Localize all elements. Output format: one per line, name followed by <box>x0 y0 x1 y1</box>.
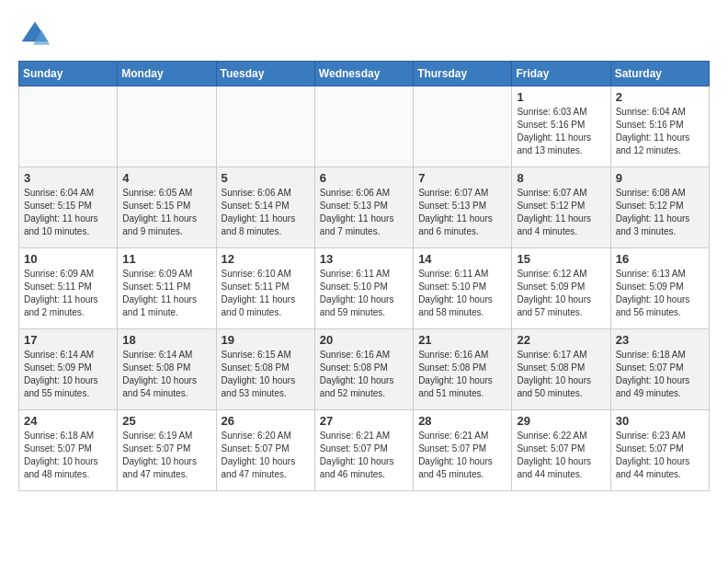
calendar-cell: 6Sunrise: 6:06 AM Sunset: 5:13 PM Daylig… <box>314 167 413 248</box>
day-info: Sunrise: 6:07 AM Sunset: 5:13 PM Dayligh… <box>418 187 506 238</box>
day-number: 27 <box>320 414 408 428</box>
day-info: Sunrise: 6:15 AM Sunset: 5:08 PM Dayligh… <box>222 349 310 400</box>
day-number: 25 <box>122 414 210 428</box>
calendar-week-2: 3Sunrise: 6:04 AM Sunset: 5:15 PM Daylig… <box>19 167 710 248</box>
day-number: 29 <box>517 414 605 428</box>
day-number: 8 <box>517 171 605 185</box>
day-number: 4 <box>122 171 210 185</box>
day-info: Sunrise: 6:03 AM Sunset: 5:16 PM Dayligh… <box>517 106 605 157</box>
day-info: Sunrise: 6:20 AM Sunset: 5:07 PM Dayligh… <box>222 430 310 481</box>
calendar-cell: 24Sunrise: 6:18 AM Sunset: 5:07 PM Dayli… <box>19 410 118 491</box>
calendar-cell: 5Sunrise: 6:06 AM Sunset: 5:14 PM Daylig… <box>216 167 314 248</box>
day-info: Sunrise: 6:18 AM Sunset: 5:07 PM Dayligh… <box>616 349 704 400</box>
day-number: 30 <box>616 414 704 428</box>
day-number: 14 <box>418 252 506 266</box>
day-info: Sunrise: 6:09 AM Sunset: 5:11 PM Dayligh… <box>122 268 210 319</box>
day-info: Sunrise: 6:21 AM Sunset: 5:07 PM Dayligh… <box>320 430 408 481</box>
day-info: Sunrise: 6:11 AM Sunset: 5:10 PM Dayligh… <box>320 268 408 319</box>
calendar-cell <box>216 86 314 167</box>
calendar-cell: 19Sunrise: 6:15 AM Sunset: 5:08 PM Dayli… <box>216 329 314 410</box>
day-number: 28 <box>418 414 506 428</box>
day-number: 22 <box>517 333 605 347</box>
day-number: 16 <box>616 252 704 266</box>
day-info: Sunrise: 6:07 AM Sunset: 5:12 PM Dayligh… <box>517 187 605 238</box>
day-number: 9 <box>616 171 704 185</box>
calendar-cell: 8Sunrise: 6:07 AM Sunset: 5:12 PM Daylig… <box>512 167 610 248</box>
calendar-cell: 11Sunrise: 6:09 AM Sunset: 5:11 PM Dayli… <box>118 248 216 329</box>
day-info: Sunrise: 6:19 AM Sunset: 5:07 PM Dayligh… <box>122 430 210 481</box>
calendar-cell: 13Sunrise: 6:11 AM Sunset: 5:10 PM Dayli… <box>314 248 413 329</box>
day-number: 26 <box>222 414 310 428</box>
day-number: 5 <box>222 171 310 185</box>
day-number: 2 <box>616 90 704 104</box>
calendar-cell <box>314 86 413 167</box>
day-info: Sunrise: 6:11 AM Sunset: 5:10 PM Dayligh… <box>418 268 506 319</box>
calendar-cell <box>118 86 216 167</box>
calendar-cell: 28Sunrise: 6:21 AM Sunset: 5:07 PM Dayli… <box>414 410 512 491</box>
day-info: Sunrise: 6:22 AM Sunset: 5:07 PM Dayligh… <box>517 430 605 481</box>
calendar-cell: 1Sunrise: 6:03 AM Sunset: 5:16 PM Daylig… <box>512 86 610 167</box>
col-header-wednesday: Wednesday <box>314 62 413 86</box>
calendar-header-row: SundayMondayTuesdayWednesdayThursdayFrid… <box>19 62 710 86</box>
calendar-cell: 25Sunrise: 6:19 AM Sunset: 5:07 PM Dayli… <box>118 410 216 491</box>
day-info: Sunrise: 6:14 AM Sunset: 5:08 PM Dayligh… <box>122 349 210 400</box>
day-number: 10 <box>24 252 112 266</box>
day-info: Sunrise: 6:09 AM Sunset: 5:11 PM Dayligh… <box>24 268 112 319</box>
calendar-cell: 17Sunrise: 6:14 AM Sunset: 5:09 PM Dayli… <box>19 329 118 410</box>
day-number: 7 <box>418 171 506 185</box>
logo <box>18 18 57 52</box>
calendar-cell: 26Sunrise: 6:20 AM Sunset: 5:07 PM Dayli… <box>216 410 314 491</box>
calendar-cell: 30Sunrise: 6:23 AM Sunset: 5:07 PM Dayli… <box>610 410 709 491</box>
calendar-cell: 18Sunrise: 6:14 AM Sunset: 5:08 PM Dayli… <box>118 329 216 410</box>
day-number: 17 <box>24 333 112 347</box>
day-number: 23 <box>616 333 704 347</box>
day-info: Sunrise: 6:21 AM Sunset: 5:07 PM Dayligh… <box>418 430 506 481</box>
calendar-cell: 9Sunrise: 6:08 AM Sunset: 5:12 PM Daylig… <box>610 167 709 248</box>
col-header-friday: Friday <box>512 62 610 86</box>
day-number: 24 <box>24 414 112 428</box>
day-info: Sunrise: 6:14 AM Sunset: 5:09 PM Dayligh… <box>24 349 112 400</box>
day-number: 19 <box>222 333 310 347</box>
col-header-sunday: Sunday <box>19 62 118 86</box>
col-header-saturday: Saturday <box>610 62 709 86</box>
day-info: Sunrise: 6:13 AM Sunset: 5:09 PM Dayligh… <box>616 268 704 319</box>
calendar-cell: 23Sunrise: 6:18 AM Sunset: 5:07 PM Dayli… <box>610 329 709 410</box>
calendar-cell: 2Sunrise: 6:04 AM Sunset: 5:16 PM Daylig… <box>610 86 709 167</box>
calendar-week-3: 10Sunrise: 6:09 AM Sunset: 5:11 PM Dayli… <box>19 248 710 329</box>
day-number: 20 <box>320 333 408 347</box>
calendar-table: SundayMondayTuesdayWednesdayThursdayFrid… <box>18 61 710 491</box>
day-number: 11 <box>122 252 210 266</box>
day-info: Sunrise: 6:23 AM Sunset: 5:07 PM Dayligh… <box>616 430 704 481</box>
col-header-tuesday: Tuesday <box>216 62 314 86</box>
col-header-monday: Monday <box>118 62 216 86</box>
calendar-cell: 15Sunrise: 6:12 AM Sunset: 5:09 PM Dayli… <box>512 248 610 329</box>
col-header-thursday: Thursday <box>414 62 512 86</box>
day-info: Sunrise: 6:06 AM Sunset: 5:13 PM Dayligh… <box>320 187 408 238</box>
day-number: 18 <box>122 333 210 347</box>
day-info: Sunrise: 6:08 AM Sunset: 5:12 PM Dayligh… <box>616 187 704 238</box>
day-info: Sunrise: 6:16 AM Sunset: 5:08 PM Dayligh… <box>418 349 506 400</box>
calendar-cell: 4Sunrise: 6:05 AM Sunset: 5:15 PM Daylig… <box>118 167 216 248</box>
day-number: 21 <box>418 333 506 347</box>
day-number: 3 <box>24 171 112 185</box>
calendar-cell: 3Sunrise: 6:04 AM Sunset: 5:15 PM Daylig… <box>19 167 118 248</box>
calendar-week-4: 17Sunrise: 6:14 AM Sunset: 5:09 PM Dayli… <box>19 329 710 410</box>
day-info: Sunrise: 6:17 AM Sunset: 5:08 PM Dayligh… <box>517 349 605 400</box>
page-header <box>18 18 710 52</box>
calendar-cell: 12Sunrise: 6:10 AM Sunset: 5:11 PM Dayli… <box>216 248 314 329</box>
day-number: 6 <box>320 171 408 185</box>
day-info: Sunrise: 6:04 AM Sunset: 5:15 PM Dayligh… <box>24 187 112 238</box>
calendar-cell: 29Sunrise: 6:22 AM Sunset: 5:07 PM Dayli… <box>512 410 610 491</box>
day-number: 15 <box>517 252 605 266</box>
day-info: Sunrise: 6:12 AM Sunset: 5:09 PM Dayligh… <box>517 268 605 319</box>
calendar-cell: 22Sunrise: 6:17 AM Sunset: 5:08 PM Dayli… <box>512 329 610 410</box>
calendar-cell <box>19 86 118 167</box>
calendar-cell: 7Sunrise: 6:07 AM Sunset: 5:13 PM Daylig… <box>414 167 512 248</box>
day-number: 12 <box>222 252 310 266</box>
calendar-cell: 16Sunrise: 6:13 AM Sunset: 5:09 PM Dayli… <box>610 248 709 329</box>
calendar-cell: 10Sunrise: 6:09 AM Sunset: 5:11 PM Dayli… <box>19 248 118 329</box>
day-number: 13 <box>320 252 408 266</box>
calendar-cell: 20Sunrise: 6:16 AM Sunset: 5:08 PM Dayli… <box>314 329 413 410</box>
day-info: Sunrise: 6:16 AM Sunset: 5:08 PM Dayligh… <box>320 349 408 400</box>
day-info: Sunrise: 6:18 AM Sunset: 5:07 PM Dayligh… <box>24 430 112 481</box>
